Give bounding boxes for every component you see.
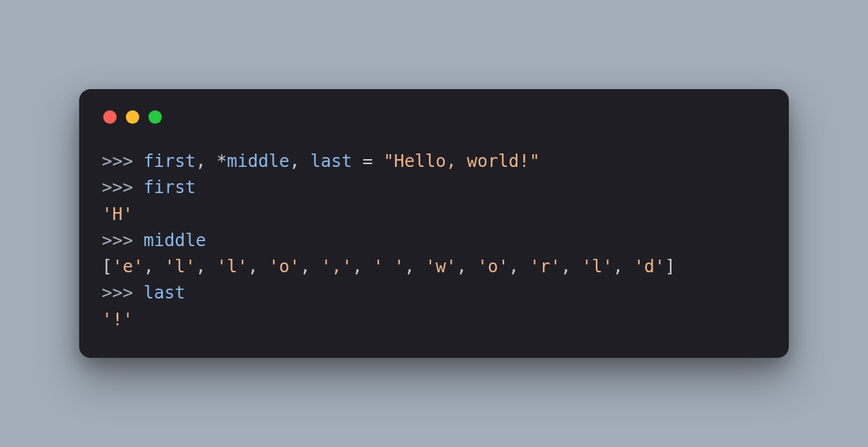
repl-prompt: >>> [102,177,143,197]
zoom-icon[interactable] [148,110,162,124]
punct: , [196,151,217,171]
punct: , [300,256,321,277]
string-lit: 'l' [582,256,613,277]
string-lit: 'l' [216,256,247,277]
string-lit: 'o' [477,256,508,277]
identifier: middle [227,151,290,171]
string-lit: 'l' [165,256,196,277]
bracket: [ [102,256,112,277]
identifier: last [143,282,185,303]
identifier: first [143,177,196,197]
repl-output: 'H' [102,204,133,224]
punct: , [196,256,217,277]
code-window: >>> first, *middle, last = "Hello, world… [79,89,789,358]
string-lit: 'e' [112,256,143,277]
repl-output: '!' [102,309,133,330]
string-lit: 'o' [269,256,300,277]
identifier: middle [143,230,206,250]
string-lit: ',' [321,256,352,277]
string-lit: ' ' [373,256,404,277]
punct: , [509,256,530,277]
assign: = [352,151,383,171]
minimize-icon[interactable] [126,110,139,124]
bracket: ] [665,256,676,277]
string-lit: 'r' [529,256,561,277]
punct: , [352,256,373,277]
punct: , [290,151,311,171]
punct: , [143,256,165,277]
identifier: last [310,151,352,171]
repl-output-list: ['e', 'l', 'l', 'o', ',', ' ', 'w', 'o',… [102,256,676,277]
punct: , [613,256,634,277]
string-lit: 'd' [634,256,665,277]
code-block: >>> first, *middle, last = "Hello, world… [102,148,766,332]
punct: , [248,256,269,277]
repl-prompt: >>> [102,230,143,250]
repl-prompt: >>> [102,282,143,303]
window-titlebar [102,110,766,124]
close-icon[interactable] [103,110,117,124]
punct: , [457,256,478,277]
punct: , [404,256,426,277]
identifier: first [143,151,196,171]
punct: , [561,256,582,277]
string-lit: "Hello, world!" [383,151,539,171]
repl-prompt: >>> [102,151,143,171]
star-op: * [216,151,227,171]
string-lit: 'w' [425,256,456,277]
